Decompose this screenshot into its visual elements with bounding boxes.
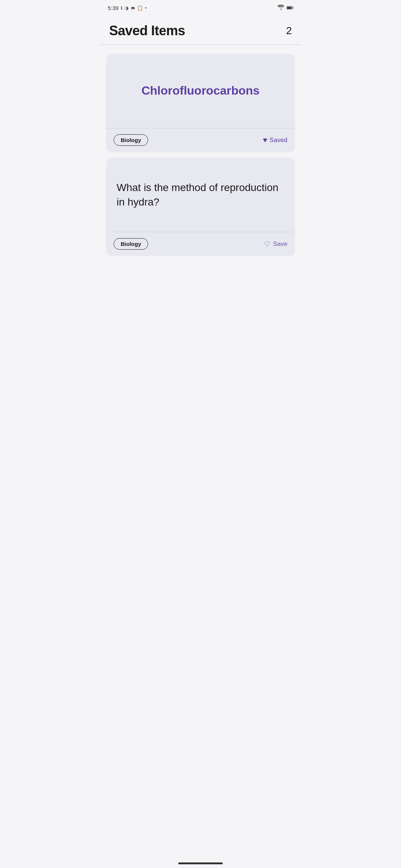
- svg-rect-2: [293, 7, 293, 9]
- card-2-save-button[interactable]: ♡ Save: [264, 240, 287, 249]
- status-system-icons: ℹ ◑ 🌧 📋 •: [121, 5, 147, 11]
- saved-card-1: Chlorofluorocarbons Biology ♥ Saved: [106, 54, 295, 152]
- card-1-saved-label: Saved: [270, 137, 287, 144]
- dot-icon: •: [145, 5, 147, 11]
- battery-icon: [287, 4, 293, 11]
- page-header: Saved Items 2: [100, 14, 301, 45]
- card-1-content: Chlorofluorocarbons: [106, 54, 295, 128]
- clipboard-icon: 📋: [137, 5, 143, 11]
- status-time: 5:39 ℹ ◑ 🌧 📋 •: [108, 5, 147, 11]
- cards-list: Chlorofluorocarbons Biology ♥ Saved What…: [100, 51, 301, 285]
- card-2-category-badge[interactable]: Biology: [114, 238, 148, 250]
- card-1-save-button[interactable]: ♥ Saved: [263, 136, 287, 144]
- home-indicator: [178, 862, 223, 864]
- card-2-content: What is the method of reproduction in hy…: [106, 158, 295, 232]
- heart-filled-icon: ♥: [263, 136, 267, 144]
- card-2-footer: Biology ♡ Save: [106, 232, 295, 256]
- page-title: Saved Items: [109, 23, 185, 39]
- svg-rect-3: [287, 7, 291, 9]
- heart-outline-icon: ♡: [264, 240, 271, 249]
- card-1-footer: Biology ♥ Saved: [106, 128, 295, 152]
- saved-card-2: What is the method of reproduction in hy…: [106, 158, 295, 256]
- wifi-icon: [278, 4, 284, 11]
- card-1-category-badge[interactable]: Biology: [114, 134, 148, 146]
- rain-cloud-icon: 🌧: [130, 5, 135, 11]
- info-icon: ℹ: [121, 5, 123, 11]
- circle-half-icon: ◑: [124, 5, 128, 11]
- card-2-save-label: Save: [273, 240, 287, 248]
- card-1-word: Chlorofluorocarbons: [141, 83, 260, 99]
- status-right-icons: [278, 4, 293, 11]
- status-bar: 5:39 ℹ ◑ 🌧 📋 •: [100, 0, 301, 14]
- card-2-question: What is the method of reproduction in hy…: [117, 180, 284, 209]
- svg-point-0: [281, 9, 282, 10]
- header-divider: [100, 45, 301, 45]
- items-count: 2: [286, 25, 292, 37]
